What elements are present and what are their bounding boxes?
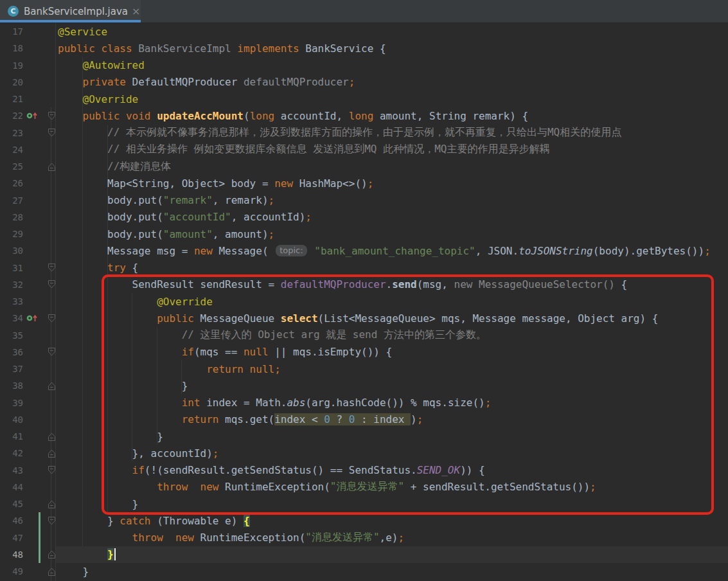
code-editor[interactable]: 17@Service18public class BankServiceImpl…	[0, 23, 728, 581]
code-line: 39 int index = Math.abs(arg.hashCode()) …	[0, 395, 728, 411]
code-text: // 这里传入的 Object arg 就是 send 方法中的第三个参数。	[58, 327, 728, 344]
line-number[interactable]: 20	[0, 77, 23, 87]
line-number[interactable]: 49	[0, 566, 23, 577]
line-number[interactable]: 19	[0, 60, 23, 71]
code-line: 29 body.put("amount", amount);	[0, 226, 728, 242]
code-line: 30 Message msg = new Message( topic: "ba…	[0, 242, 728, 259]
vcs-added-marker	[39, 530, 40, 546]
code-text: SendResult sendResult = defaultMQProduce…	[58, 276, 728, 293]
line-number[interactable]: 44	[0, 482, 23, 492]
line-number[interactable]: 29	[0, 229, 23, 239]
code-text: if(!(sendResult.getSendStatus() == SendS…	[58, 462, 728, 479]
code-text: throw new RuntimeException("消息发送异常",e);	[58, 530, 728, 546]
code-text: } catch (Throwable e) {	[58, 512, 728, 529]
parameter-hint-badge: topic:	[276, 245, 306, 256]
line-number[interactable]: 22	[0, 111, 23, 121]
line-number[interactable]: 36	[0, 347, 23, 357]
line-number[interactable]: 35	[0, 330, 23, 341]
code-line: 32 SendResult sendResult = defaultMQProd…	[0, 276, 728, 293]
code-line: 24 // 相关业务操作 例如变更数据库余额信息 发送消息到MQ 此种情况，MQ…	[0, 141, 728, 158]
line-number[interactable]: 25	[0, 161, 23, 172]
code-line: 17@Service	[0, 23, 728, 40]
override-method-icon[interactable]	[24, 111, 40, 121]
line-number[interactable]: 40	[0, 415, 23, 425]
line-number[interactable]: 31	[0, 263, 23, 273]
code-line: 45 }	[0, 496, 728, 512]
line-number[interactable]: 41	[0, 431, 23, 442]
tab-bankserviceimpl-java[interactable]: C BankServiceImpl.java ×	[0, 0, 141, 22]
code-text: public void updateAccMount(long accountI…	[58, 107, 728, 124]
code-line: 48 }	[0, 546, 728, 563]
line-number[interactable]: 37	[0, 364, 23, 374]
code-line: 43 if(!(sendResult.getSendStatus() == Se…	[0, 462, 728, 479]
code-text: @Override	[58, 293, 728, 310]
code-text: Map<String, Object> body = new HashMap<>…	[58, 175, 728, 192]
code-lines: 17@Service18public class BankServiceImpl…	[0, 23, 728, 580]
code-line: 37 return null;	[0, 361, 728, 377]
line-number[interactable]: 34	[0, 313, 23, 323]
line-number[interactable]: 47	[0, 533, 23, 543]
line-number[interactable]: 46	[0, 515, 23, 526]
editor-tab-bar: C BankServiceImpl.java ×	[0, 0, 728, 23]
vcs-added-marker	[39, 512, 40, 529]
line-number[interactable]: 33	[0, 296, 23, 307]
code-line: 34 public MessageQueue select(List<Messa…	[0, 310, 728, 326]
line-number[interactable]: 32	[0, 280, 23, 290]
vcs-added-marker	[39, 546, 40, 563]
code-line: 21 @Override	[0, 91, 728, 107]
code-text: return null;	[58, 361, 728, 377]
line-number[interactable]: 42	[0, 448, 23, 458]
code-text: private DefaultMQProducer defaultMQProdu…	[58, 74, 728, 91]
code-text: if(mqs == null || mqs.isEmpty()) {	[58, 344, 728, 361]
code-text: @Autowired	[58, 57, 728, 74]
line-number[interactable]: 38	[0, 380, 23, 391]
code-line: 31 try {	[0, 260, 728, 276]
line-number[interactable]: 27	[0, 195, 23, 206]
code-text: Message msg = new Message( topic: "bank_…	[58, 242, 728, 259]
code-text: int index = Math.abs(arg.hashCode()) % m…	[58, 395, 728, 411]
code-text: body.put("amount", amount);	[58, 226, 728, 242]
close-icon[interactable]: ×	[132, 5, 140, 17]
line-number[interactable]: 39	[0, 398, 23, 408]
code-line: 23 // 本示例就不像事务消息那样，涉及到数据库方面的操作，由于是示例，就不再…	[0, 125, 728, 141]
code-text: // 相关业务操作 例如变更数据库余额信息 发送消息到MQ 此种情况，MQ主要的…	[58, 141, 728, 158]
code-text: }	[58, 428, 728, 445]
override-method-icon[interactable]	[24, 313, 40, 323]
line-number[interactable]: 43	[0, 465, 23, 476]
line-number[interactable]: 21	[0, 94, 23, 104]
line-number[interactable]: 30	[0, 246, 23, 256]
code-line: 27 body.put("remark", remark);	[0, 192, 728, 209]
code-line: 47 throw new RuntimeException("消息发送异常",e…	[0, 530, 728, 546]
code-text: //构建消息体	[58, 158, 728, 175]
line-number[interactable]: 23	[0, 128, 23, 138]
line-number[interactable]: 28	[0, 212, 23, 222]
tab-title: BankServiceImpl.java	[24, 6, 128, 17]
code-text: @Override	[58, 91, 728, 107]
line-number[interactable]: 26	[0, 178, 23, 188]
line-number[interactable]: 17	[0, 26, 23, 37]
code-line: 22 public void updateAccMount(long accou…	[0, 107, 728, 124]
line-number[interactable]: 48	[0, 550, 23, 560]
code-line: 25 //构建消息体	[0, 158, 728, 175]
java-class-icon: C	[8, 6, 19, 17]
line-number[interactable]: 18	[0, 43, 23, 53]
code-text: @Service	[58, 23, 728, 40]
code-line: 41 }	[0, 428, 728, 445]
code-text: public MessageQueue select(List<MessageQ…	[58, 310, 728, 326]
line-number[interactable]: 24	[0, 145, 23, 155]
code-line: 33 @Override	[0, 293, 728, 310]
code-text: }	[58, 496, 728, 512]
code-line: 46 } catch (Throwable e) {	[0, 512, 728, 529]
code-text: try {	[58, 260, 728, 276]
line-number[interactable]: 45	[0, 499, 23, 509]
code-text: }	[58, 546, 728, 563]
code-text: throw new RuntimeException("消息发送异常" + se…	[58, 479, 728, 496]
code-line: 44 throw new RuntimeException("消息发送异常" +…	[0, 479, 728, 496]
code-text: public class BankServiceImpl implements …	[58, 40, 728, 57]
code-text: return mqs.get(index < 0 ? 0 : index );	[58, 411, 728, 428]
code-line: 20 private DefaultMQProducer defaultMQPr…	[0, 74, 728, 91]
code-text: body.put("accountId", accountId);	[58, 209, 728, 226]
code-line: 36 if(mqs == null || mqs.isEmpty()) {	[0, 344, 728, 361]
code-text: }	[58, 377, 728, 394]
code-line: 18public class BankServiceImpl implement…	[0, 40, 728, 57]
